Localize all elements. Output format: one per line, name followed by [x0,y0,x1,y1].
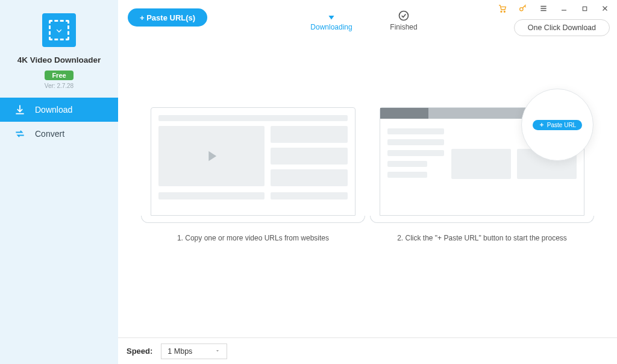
tabs: Downloading Finished [310,0,425,35]
free-badge: Free [45,71,73,80]
step-2: Paste URL 2. Click the "+ Paste URL" but… [380,107,584,242]
laptop-illustration-2: Paste URL [380,107,584,223]
paste-url-button[interactable]: + Paste URL(s) [128,8,207,27]
footer-bar: Speed: 1 Mbps [118,337,617,364]
play-icon [158,126,265,186]
bubble-label: Paste URL [547,122,576,128]
speed-value: 1 Mbps [168,347,192,356]
tab-label: Finished [390,23,417,31]
minimize-icon[interactable] [559,4,569,13]
sidebar-item-convert[interactable]: Convert [0,122,118,146]
app-window: 4K Video Downloader Free Ver: 2.7.28 Dow… [0,0,617,364]
speed-select[interactable]: 1 Mbps [161,344,227,359]
svg-rect-3 [583,7,586,10]
close-icon[interactable] [600,4,610,13]
sidebar-item-label: Download [35,105,72,115]
cart-icon[interactable] [498,4,507,13]
laptop-illustration-1 [151,107,355,223]
menu-icon[interactable] [539,4,548,13]
sidebar: 4K Video Downloader Free Ver: 2.7.28 Dow… [0,0,118,364]
step1-caption: 1. Copy one or more video URLs from webs… [177,234,329,242]
app-title: 4K Video Downloader [17,55,101,64]
main-area: One Click Download + Paste URL(s) Downlo… [118,0,617,364]
sidebar-item-download[interactable]: Download [0,98,118,122]
version-label: Ver: 2.7.28 [45,83,74,89]
svg-point-2 [520,8,523,11]
tab-downloading[interactable]: Downloading [310,8,352,31]
mini-paste-pill: Paste URL [533,120,582,130]
tab-finished[interactable]: Finished [383,8,425,31]
key-icon[interactable] [518,4,528,13]
speed-label: Speed: [127,347,152,356]
maximize-icon[interactable] [580,4,589,13]
svg-point-1 [504,11,505,12]
app-logo-icon [42,13,76,47]
checkmark-circle-icon [398,8,410,23]
step-1: 1. Copy one or more video URLs from webs… [151,107,355,242]
one-click-download-button[interactable]: One Click Download [514,19,610,36]
chevron-down-icon [215,347,221,356]
convert-icon [13,127,27,140]
title-bar-right: One Click Download [498,4,610,36]
paste-url-bubble: Paste URL [521,89,594,161]
step2-caption: 2. Click the "+ Paste URL" button to sta… [397,234,567,242]
download-icon [13,103,27,116]
svg-point-0 [501,11,502,12]
download-arrow-icon [325,8,338,23]
tab-label: Downloading [310,23,352,31]
onboarding-content: 1. Copy one or more video URLs from webs… [118,35,617,337]
sidebar-item-label: Convert [35,129,64,139]
logo-block: 4K Video Downloader Free Ver: 2.7.28 [0,0,118,89]
sidebar-nav: Download Convert [0,98,118,146]
svg-point-4 [399,11,409,20]
